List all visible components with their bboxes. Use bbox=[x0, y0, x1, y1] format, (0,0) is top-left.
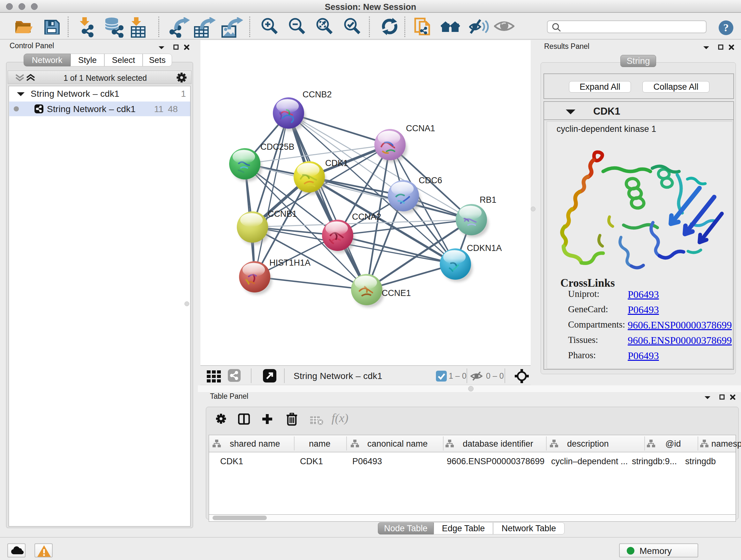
svg-text:CCNE1: CCNE1 bbox=[382, 288, 411, 298]
svg-text:CCNA1: CCNA1 bbox=[406, 124, 435, 133]
svg-text:CDKN1A: CDKN1A bbox=[467, 243, 502, 253]
svg-text:CCNA2: CCNA2 bbox=[352, 212, 381, 222]
svg-text:CDC25B: CDC25B bbox=[260, 142, 294, 152]
svg-text:CDC6: CDC6 bbox=[419, 176, 442, 185]
svg-text:CCNB1: CCNB1 bbox=[268, 209, 297, 219]
svg-text:CCNB2: CCNB2 bbox=[302, 90, 332, 99]
svg-text:RB1: RB1 bbox=[480, 195, 496, 205]
svg-text:CDK1: CDK1 bbox=[325, 159, 348, 168]
svg-text:HIST1H1A: HIST1H1A bbox=[269, 258, 311, 267]
